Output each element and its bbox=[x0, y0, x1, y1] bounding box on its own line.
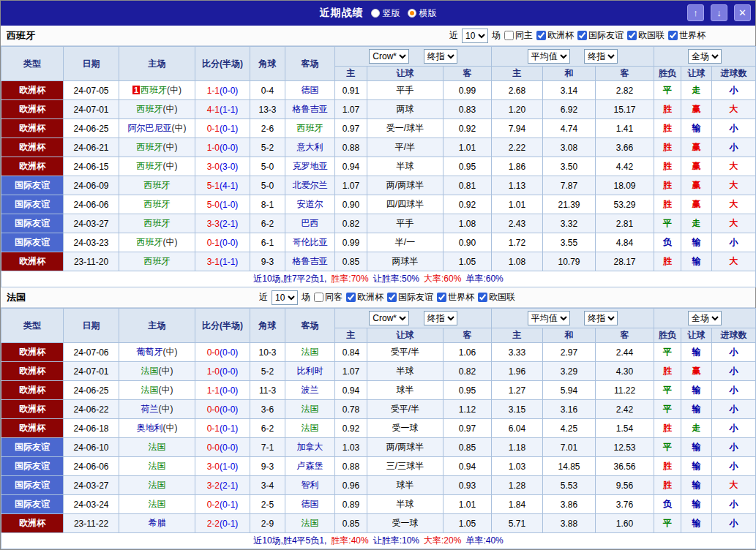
league-cell[interactable]: 国际友谊 bbox=[1, 476, 64, 495]
league-cell[interactable]: 欧洲杯 bbox=[1, 381, 64, 400]
score-cell[interactable]: 1-0(0-0) bbox=[195, 362, 250, 381]
layout-vertical-radio[interactable]: 竖版 bbox=[371, 7, 400, 20]
home-team-cell[interactable]: 阿尔巴尼亚(中) bbox=[119, 119, 195, 138]
avg-odds-select[interactable]: 平均值 bbox=[528, 49, 570, 64]
score-cell[interactable]: 0-0(0-0) bbox=[195, 343, 250, 362]
home-team-cell[interactable]: 荷兰(中) bbox=[119, 400, 195, 419]
competition-option[interactable]: 世界杯 bbox=[437, 291, 474, 304]
home-team-cell[interactable]: 法国 bbox=[119, 457, 195, 476]
competition-checkbox[interactable] bbox=[577, 31, 587, 40]
away-team-cell[interactable]: 波兰 bbox=[285, 381, 335, 400]
home-team-cell[interactable]: 西班牙 bbox=[119, 252, 195, 271]
avg-odds-select[interactable]: 平均值 bbox=[528, 311, 570, 325]
score-cell[interactable]: 3-3(2-1) bbox=[195, 214, 250, 233]
league-cell[interactable]: 国际友谊 bbox=[1, 438, 64, 457]
competition-option[interactable]: 欧国联 bbox=[627, 29, 665, 42]
away-team-cell[interactable]: 卢森堡 bbox=[285, 457, 335, 476]
score-cell[interactable]: 1-0(0-0) bbox=[195, 138, 250, 157]
same-venue-option[interactable]: 同客 bbox=[314, 291, 343, 304]
score-cell[interactable]: 0-1(0-1) bbox=[195, 419, 250, 438]
competition-option[interactable]: 国际友谊 bbox=[577, 29, 624, 42]
competition-option[interactable]: 欧国联 bbox=[478, 291, 515, 304]
away-team-cell[interactable]: 格鲁吉亚 bbox=[285, 100, 335, 119]
score-cell[interactable]: 3-1(1-1) bbox=[195, 252, 250, 271]
home-team-cell[interactable]: 西班牙 bbox=[119, 214, 195, 233]
same-venue-option[interactable]: 同主 bbox=[504, 29, 533, 42]
home-team-cell[interactable]: 1西班牙(中) bbox=[119, 81, 195, 100]
home-team-cell[interactable]: 法国 bbox=[119, 438, 195, 457]
league-cell[interactable]: 欧洲杯 bbox=[1, 157, 64, 176]
home-team-cell[interactable]: 西班牙(中) bbox=[119, 233, 195, 252]
league-cell[interactable]: 欧洲杯 bbox=[1, 252, 64, 271]
match-count-select[interactable]: 10 bbox=[272, 290, 298, 305]
away-team-cell[interactable]: 克罗地亚 bbox=[285, 157, 335, 176]
odds-time-select[interactable]: 终指 bbox=[424, 49, 457, 64]
avg-time-select[interactable]: 终指 bbox=[584, 311, 618, 325]
competition-option[interactable]: 国际友谊 bbox=[387, 291, 433, 304]
league-cell[interactable]: 欧洲杯 bbox=[1, 419, 64, 438]
away-team-cell[interactable]: 意大利 bbox=[285, 138, 335, 157]
league-cell[interactable]: 国际友谊 bbox=[1, 233, 64, 252]
away-team-cell[interactable]: 法国 bbox=[285, 514, 335, 533]
home-team-cell[interactable]: 葡萄牙(中) bbox=[119, 343, 195, 362]
move-down-button[interactable]: ↓ bbox=[711, 4, 727, 21]
away-team-cell[interactable]: 比利时 bbox=[285, 362, 335, 381]
league-cell[interactable]: 国际友谊 bbox=[1, 214, 64, 233]
league-cell[interactable]: 国际友谊 bbox=[1, 495, 64, 514]
away-team-cell[interactable]: 加拿大 bbox=[285, 438, 335, 457]
period-select[interactable]: 全场 bbox=[688, 311, 722, 325]
score-cell[interactable]: 2-2(0-1) bbox=[195, 514, 250, 533]
avg-time-select[interactable]: 终指 bbox=[584, 49, 618, 64]
odds-source-select[interactable]: Crow* bbox=[369, 49, 409, 64]
home-team-cell[interactable]: 西班牙 bbox=[119, 195, 195, 214]
same-venue-checkbox[interactable] bbox=[314, 293, 323, 302]
home-team-cell[interactable]: 法国 bbox=[119, 495, 195, 514]
home-team-cell[interactable]: 西班牙(中) bbox=[119, 100, 195, 119]
home-team-cell[interactable]: 希腊 bbox=[119, 514, 195, 533]
competition-checkbox[interactable] bbox=[478, 293, 487, 302]
league-cell[interactable]: 欧洲杯 bbox=[1, 514, 64, 533]
competition-option[interactable]: 世界杯 bbox=[668, 29, 706, 42]
close-button[interactable]: ✕ bbox=[734, 4, 751, 21]
competition-checkbox[interactable] bbox=[346, 293, 356, 302]
competition-checkbox[interactable] bbox=[536, 31, 546, 40]
competition-checkbox[interactable] bbox=[668, 31, 678, 40]
away-team-cell[interactable]: 智利 bbox=[285, 476, 335, 495]
home-team-cell[interactable]: 西班牙 bbox=[119, 176, 195, 195]
match-count-select[interactable]: 10 bbox=[462, 29, 488, 43]
home-team-cell[interactable]: 法国 bbox=[119, 476, 195, 495]
away-team-cell[interactable]: 法国 bbox=[285, 400, 335, 419]
league-cell[interactable]: 欧洲杯 bbox=[1, 362, 64, 381]
score-cell[interactable]: 3-0(3-0) bbox=[195, 157, 250, 176]
score-cell[interactable]: 0-1(0-1) bbox=[195, 119, 250, 138]
competition-checkbox[interactable] bbox=[437, 293, 446, 302]
period-select[interactable]: 全场 bbox=[688, 49, 722, 64]
score-cell[interactable]: 0-1(0-0) bbox=[195, 233, 250, 252]
away-team-cell[interactable]: 法国 bbox=[285, 419, 335, 438]
layout-horizontal-radio[interactable]: 横版 bbox=[408, 7, 437, 20]
league-cell[interactable]: 欧洲杯 bbox=[1, 100, 64, 119]
league-cell[interactable]: 欧洲杯 bbox=[1, 81, 64, 100]
odds-source-select[interactable]: Crow* bbox=[369, 311, 409, 325]
score-cell[interactable]: 3-0(1-0) bbox=[195, 457, 250, 476]
home-team-cell[interactable]: 西班牙(中) bbox=[119, 138, 195, 157]
home-team-cell[interactable]: 法国(中) bbox=[119, 381, 195, 400]
same-venue-checkbox[interactable] bbox=[504, 31, 514, 40]
competition-option[interactable]: 欧洲杯 bbox=[536, 29, 574, 42]
odds-time-select[interactable]: 终指 bbox=[424, 311, 457, 325]
away-team-cell[interactable]: 北爱尔兰 bbox=[285, 176, 335, 195]
score-cell[interactable]: 0-0(0-0) bbox=[195, 400, 250, 419]
score-cell[interactable]: 5-0(1-0) bbox=[195, 195, 250, 214]
league-cell[interactable]: 欧洲杯 bbox=[1, 138, 64, 157]
league-cell[interactable]: 国际友谊 bbox=[1, 457, 64, 476]
score-cell[interactable]: 1-1(0-0) bbox=[195, 81, 250, 100]
competition-checkbox[interactable] bbox=[387, 293, 397, 302]
away-team-cell[interactable]: 巴西 bbox=[285, 214, 335, 233]
move-up-button[interactable]: ↑ bbox=[687, 4, 704, 21]
score-cell[interactable]: 5-1(4-1) bbox=[195, 176, 250, 195]
away-team-cell[interactable]: 安道尔 bbox=[285, 195, 335, 214]
score-cell[interactable]: 0-0(0-0) bbox=[195, 438, 250, 457]
away-team-cell[interactable]: 西班牙 bbox=[285, 119, 335, 138]
away-team-cell[interactable]: 哥伦比亚 bbox=[285, 233, 335, 252]
home-team-cell[interactable]: 西班牙(中) bbox=[119, 157, 195, 176]
